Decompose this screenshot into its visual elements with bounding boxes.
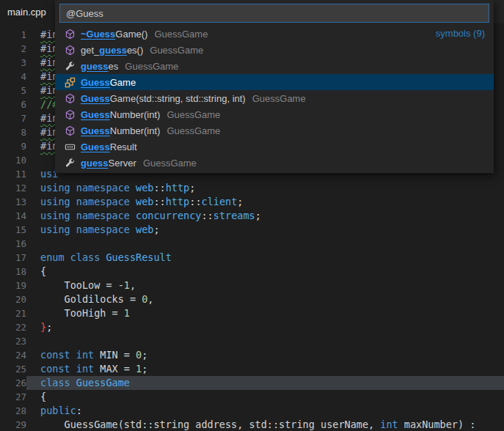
code-text: using namespace concurrency::streams; (26, 209, 504, 223)
line-number: 23 (0, 334, 26, 348)
code-line[interactable]: 24const int MIN = 0; (0, 348, 504, 362)
line-number: 18 (0, 265, 26, 279)
code-text: Goldilocks = 0, (26, 292, 504, 306)
code-line[interactable]: 15using namespace web; (0, 223, 504, 237)
symbol-name: GuessNumber(int) (81, 109, 160, 120)
code-line[interactable]: 16 (0, 237, 504, 251)
line-number: 5 (0, 84, 26, 97)
code-line[interactable]: 27{ (0, 390, 504, 404)
code-text: GuessGame(std::string address, std::stri… (26, 418, 504, 431)
code-text (26, 334, 504, 348)
code-text: const int MAX = 1; (26, 362, 504, 376)
symbol-name: guessServer (81, 158, 136, 169)
code-text: using namespace web; (26, 223, 504, 237)
symbol-container-name: GuessGame (150, 45, 203, 56)
code-line[interactable]: 22}; (0, 320, 504, 334)
code-text: public: (26, 404, 504, 418)
line-number: 22 (0, 320, 26, 334)
symbol-container-name: GuessGame (252, 93, 306, 104)
symbol-result-item[interactable]: guessServerGuessGame (55, 155, 494, 171)
method-icon (64, 108, 76, 120)
quick-open-input-wrap (55, 0, 494, 26)
line-number: 27 (0, 390, 26, 404)
line-number: 9 (0, 139, 26, 153)
line-number: 2 (0, 42, 26, 56)
symbol-container-name: GuessGame (167, 125, 220, 136)
symbol-result-item[interactable]: GuessGame(std::string, std::string, int)… (55, 90, 494, 106)
line-number: 3 (0, 56, 26, 70)
code-text: { (26, 390, 504, 404)
code-text: using namespace web::http; (26, 181, 504, 195)
symbol-container-name: GuessGame (154, 29, 208, 40)
line-number: 1 (0, 28, 26, 42)
line-number: 19 (0, 279, 26, 292)
code-line[interactable]: 12using namespace web::http; (0, 181, 504, 195)
line-number: 20 (0, 292, 26, 306)
wrench-icon (64, 60, 76, 72)
line-number: 7 (0, 111, 26, 125)
line-number: 25 (0, 362, 26, 376)
code-line[interactable]: 21 TooHigh = 1 (0, 306, 504, 320)
symbol-result-item[interactable]: GuessResult (55, 139, 494, 155)
method-icon (64, 125, 76, 136)
symbol-result-item[interactable]: GuessGame (55, 74, 494, 90)
line-number: 8 (0, 125, 26, 139)
symbol-name: GuessGame(std::string, std::string, int) (81, 93, 246, 104)
symbol-name: get_guesses() (81, 45, 143, 56)
line-number: 17 (0, 251, 26, 265)
line-number: 16 (0, 237, 26, 251)
code-line[interactable]: 14using namespace concurrency::streams; (0, 209, 504, 223)
code-text (26, 237, 504, 251)
symbol-name: guesses (81, 61, 118, 72)
line-number: 28 (0, 404, 26, 418)
code-line[interactable]: 28public: (0, 404, 504, 418)
code-line[interactable]: 26class GuessGame (0, 376, 504, 390)
code-line[interactable]: 19 TooLow = -1, (0, 279, 504, 292)
symbol-name: GuessResult (81, 141, 137, 152)
symbol-result-item[interactable]: GuessNumber(int)GuessGame (55, 106, 494, 122)
code-line[interactable]: 17enum class GuessResult (0, 251, 504, 265)
code-text: class GuessGame (26, 376, 504, 390)
symbol-result-item[interactable]: guessesGuessGame (55, 58, 494, 74)
symbols-count-badge: symbols (9) (436, 26, 485, 42)
symbol-result-item[interactable]: ~GuessGame()GuessGamesymbols (9) (55, 26, 494, 42)
symbol-result-item[interactable]: get_guesses()GuessGame (55, 42, 494, 58)
code-line[interactable]: 18{ (0, 265, 504, 279)
symbol-result-item[interactable]: GuessNumber(int)GuessGame (55, 122, 494, 139)
symbol-name: ~GuessGame() (81, 29, 147, 40)
line-number: 29 (0, 418, 26, 431)
line-number: 24 (0, 348, 26, 362)
method-icon (64, 92, 76, 104)
code-line[interactable]: 23 (0, 334, 504, 348)
code-line[interactable]: 25const int MAX = 1; (0, 362, 504, 376)
method-icon (64, 44, 76, 56)
line-number: 15 (0, 223, 26, 237)
code-text: { (26, 265, 504, 279)
enum-icon (64, 141, 76, 152)
vscode-window: main.cpp 1#in2#in3#in4#in5#in6//#7#in8#i… (0, 0, 504, 431)
code-text: const int MIN = 0; (26, 348, 504, 362)
method-icon (64, 28, 76, 40)
symbol-container-name: GuessGame (143, 158, 197, 169)
line-number: 26 (0, 376, 26, 390)
line-number: 14 (0, 209, 26, 223)
symbol-name: GuessGame (81, 77, 136, 88)
code-line[interactable]: 29 GuessGame(std::string address, std::s… (0, 418, 504, 431)
code-text: }; (26, 320, 504, 334)
symbol-results-list: ~GuessGame()GuessGamesymbols (9) get_gue… (55, 26, 494, 171)
quick-open-widget: ~GuessGame()GuessGamesymbols (9) get_gue… (55, 0, 494, 173)
code-text: TooHigh = 1 (26, 306, 504, 320)
line-number: 6 (0, 97, 26, 111)
tab-main-cpp[interactable]: main.cpp (0, 0, 56, 23)
code-text: using namespace web::http::client; (26, 195, 504, 209)
code-text: enum class GuessResult (26, 251, 504, 265)
symbol-container-name: GuessGame (167, 109, 220, 120)
line-number: 10 (0, 153, 26, 167)
quick-open-input[interactable] (59, 4, 489, 23)
line-number: 21 (0, 306, 26, 320)
code-line[interactable]: 20 Goldilocks = 0, (0, 292, 504, 306)
line-number: 12 (0, 181, 26, 195)
code-text: TooLow = -1, (26, 279, 504, 292)
code-line[interactable]: 13using namespace web::http::client; (0, 195, 504, 209)
symbol-name: GuessNumber(int) (81, 125, 160, 136)
